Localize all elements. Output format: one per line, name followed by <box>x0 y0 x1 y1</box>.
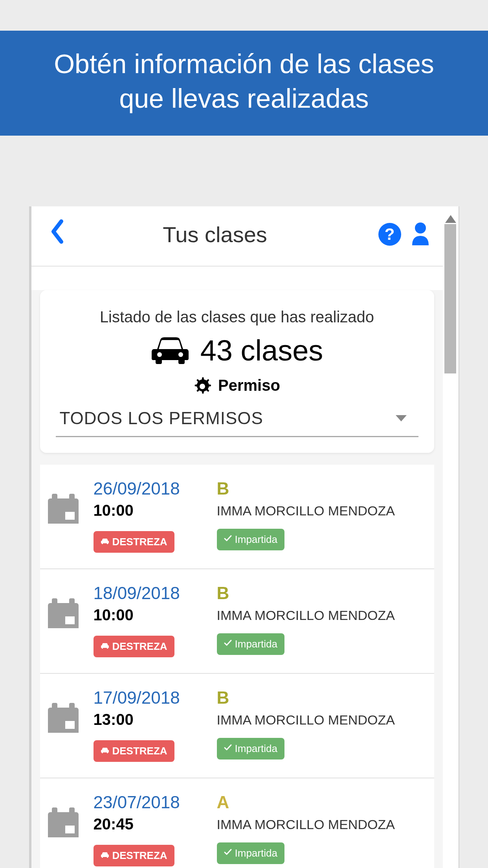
class-left-col: 23/07/2018 20:45 DESTREZA <box>94 793 207 866</box>
content-area: Listado de las clases que has realizado … <box>31 290 443 868</box>
type-badge: DESTREZA <box>94 740 174 762</box>
class-right-col: B IMMA MORCILLO MENDOZA Impartida <box>217 583 424 657</box>
scrollbar-thumb[interactable] <box>444 224 456 373</box>
permiso-dropdown[interactable]: TODOS LOS PERMISOS <box>56 402 418 437</box>
calendar-icon <box>46 807 80 839</box>
svg-point-2 <box>178 352 183 357</box>
badge-car-icon <box>101 747 109 756</box>
dropdown-value: TODOS LOS PERMISOS <box>60 408 263 428</box>
status-badge: Impartida <box>217 738 284 760</box>
type-badge-label: DESTREZA <box>112 745 167 757</box>
class-item[interactable]: 18/09/2018 10:00 DESTREZA B IMMA MORCILL… <box>40 569 434 674</box>
svg-rect-11 <box>52 598 57 608</box>
badge-check-icon <box>224 534 232 544</box>
class-instructor: IMMA MORCILLO MENDOZA <box>217 503 424 519</box>
permiso-label: Permiso <box>218 377 280 394</box>
status-badge-label: Impartida <box>235 533 277 546</box>
class-time: 13:00 <box>94 711 207 728</box>
class-right-col: B IMMA MORCILLO MENDOZA Impartida <box>217 688 424 762</box>
status-badge: Impartida <box>217 633 284 655</box>
date-icon-col <box>46 583 84 657</box>
class-right-col: B IMMA MORCILLO MENDOZA Impartida <box>217 479 424 553</box>
class-left-col: 18/09/2018 10:00 DESTREZA <box>94 583 207 657</box>
date-icon-col <box>46 479 84 553</box>
status-badge: Impartida <box>217 529 284 550</box>
status-badge-label: Impartida <box>235 847 277 859</box>
svg-point-1 <box>157 352 162 357</box>
class-time: 20:45 <box>94 815 207 833</box>
class-permit: B <box>217 583 424 603</box>
badge-check-icon <box>224 743 232 754</box>
class-item[interactable]: 23/07/2018 20:45 DESTREZA A IMMA MORCILL… <box>40 778 434 868</box>
car-icon <box>151 337 189 364</box>
car-small-icon <box>101 747 109 754</box>
profile-button[interactable] <box>410 222 431 247</box>
scroll-arrow-up-icon[interactable] <box>445 215 456 223</box>
svg-rect-13 <box>65 616 75 624</box>
svg-rect-8 <box>65 512 75 520</box>
svg-point-3 <box>200 384 205 389</box>
count-row: 43 clases <box>52 334 422 367</box>
app-screen: Tus clases ? Listado de las clases que h… <box>29 206 459 868</box>
class-date: 18/09/2018 <box>94 583 207 603</box>
class-date: 26/09/2018 <box>94 479 207 498</box>
help-icon: ? <box>385 225 395 244</box>
class-permit: B <box>217 479 424 498</box>
class-time: 10:00 <box>94 502 207 519</box>
svg-rect-12 <box>69 598 75 608</box>
car-small-icon <box>101 538 109 544</box>
summary-card: Listado de las clases que has realizado … <box>40 290 434 453</box>
promo-line-2: que llevas realizadas <box>12 81 476 116</box>
type-badge-label: DESTREZA <box>112 536 167 548</box>
class-count: 43 clases <box>200 334 323 367</box>
type-badge: DESTREZA <box>94 531 174 553</box>
gear-icon <box>194 377 211 394</box>
class-item[interactable]: 26/09/2018 10:00 DESTREZA B IMMA MORCILL… <box>40 465 434 569</box>
help-button[interactable]: ? <box>378 223 401 246</box>
type-badge-label: DESTREZA <box>112 850 167 862</box>
phone-frame: Tus clases ? Listado de las clases que h… <box>29 206 459 868</box>
svg-rect-17 <box>69 703 75 712</box>
svg-point-0 <box>415 223 426 234</box>
promo-banner: Obtén información de las clases que llev… <box>0 31 488 136</box>
page-title: Tus clases <box>52 222 378 247</box>
type-badge-label: DESTREZA <box>112 640 167 653</box>
car-small-icon <box>101 852 109 858</box>
svg-rect-21 <box>52 807 57 817</box>
svg-rect-16 <box>52 703 57 712</box>
badge-car-icon <box>101 642 109 651</box>
class-list: 26/09/2018 10:00 DESTREZA B IMMA MORCILL… <box>40 465 434 868</box>
promo-line-1: Obtén información de las clases <box>12 46 476 81</box>
svg-rect-7 <box>69 494 75 503</box>
badge-car-icon <box>101 537 109 546</box>
class-time: 10:00 <box>94 606 207 624</box>
type-badge: DESTREZA <box>94 845 174 866</box>
calendar-icon <box>46 598 80 630</box>
header-actions: ? <box>378 222 431 247</box>
class-right-col: A IMMA MORCILLO MENDOZA Impartida <box>217 793 424 866</box>
permiso-row: Permiso <box>52 377 422 394</box>
check-icon <box>224 640 232 647</box>
svg-rect-23 <box>65 826 75 833</box>
status-badge-label: Impartida <box>235 743 277 755</box>
class-item[interactable]: 17/09/2018 13:00 DESTREZA B IMMA MORCILL… <box>40 674 434 778</box>
class-permit: A <box>217 793 424 812</box>
class-date: 17/09/2018 <box>94 688 207 708</box>
class-permit: B <box>217 688 424 708</box>
check-icon <box>224 535 232 542</box>
date-icon-col <box>46 793 84 866</box>
chevron-down-icon <box>396 415 407 421</box>
badge-check-icon <box>224 848 232 858</box>
app-header: Tus clases ? <box>31 206 443 267</box>
check-icon <box>224 849 232 856</box>
class-date: 23/07/2018 <box>94 793 207 812</box>
summary-subtitle: Listado de las clases que has realizado <box>52 308 422 326</box>
car-small-icon <box>101 643 109 649</box>
status-badge-label: Impartida <box>235 638 277 650</box>
type-badge: DESTREZA <box>94 636 174 657</box>
svg-rect-18 <box>65 721 75 729</box>
class-instructor: IMMA MORCILLO MENDOZA <box>217 712 424 728</box>
date-icon-col <box>46 688 84 762</box>
svg-rect-22 <box>69 807 75 817</box>
badge-check-icon <box>224 639 232 649</box>
